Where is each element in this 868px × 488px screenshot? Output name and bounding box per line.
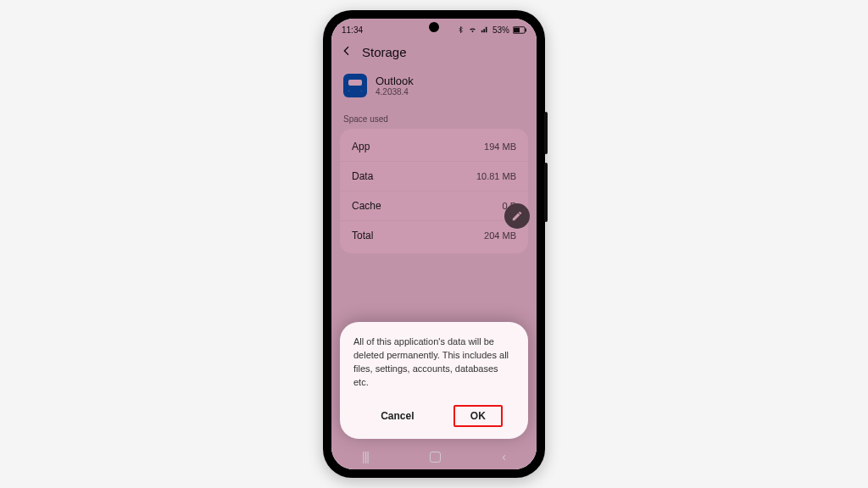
volume-button xyxy=(544,112,548,154)
home-icon[interactable] xyxy=(430,452,441,463)
front-camera xyxy=(429,22,439,32)
ok-button[interactable]: OK xyxy=(455,407,501,425)
row-app-label: App xyxy=(352,141,370,152)
battery-percent: 53% xyxy=(492,25,509,35)
row-app: App 194 MB xyxy=(340,132,528,162)
edit-fab[interactable] xyxy=(504,203,530,229)
clear-data-dialog: All of this application's data will be d… xyxy=(340,322,528,439)
row-cache: Cache 0 B xyxy=(340,191,528,221)
row-total: Total 204 MB xyxy=(340,221,528,250)
app-version: 4.2038.4 xyxy=(376,87,414,97)
wifi-icon xyxy=(468,25,477,34)
power-button xyxy=(544,163,548,222)
row-total-value: 204 MB xyxy=(484,230,516,241)
row-cache-label: Cache xyxy=(352,200,381,212)
signal-icon xyxy=(481,25,489,34)
row-app-value: 194 MB xyxy=(484,141,516,152)
app-name: Outlook xyxy=(376,75,414,87)
svg-rect-2 xyxy=(526,28,526,31)
recents-icon[interactable]: ||| xyxy=(362,450,369,463)
row-data: Data 10.81 MB xyxy=(340,162,528,191)
battery-icon xyxy=(513,26,526,34)
screen: 11:34 53% xyxy=(331,19,537,469)
app-header: Outlook 4.2038.4 xyxy=(331,69,537,109)
nav-bar: ||| ‹ xyxy=(331,444,537,469)
row-data-label: Data xyxy=(352,170,373,182)
phone-frame: 11:34 53% xyxy=(323,10,545,478)
nav-back-icon[interactable]: ‹ xyxy=(502,450,506,463)
svg-rect-1 xyxy=(514,27,520,32)
pencil-icon xyxy=(511,210,523,222)
section-space-used: Space used xyxy=(331,109,537,125)
page-title: Storage xyxy=(362,45,407,59)
app-bar: Storage xyxy=(331,39,537,69)
status-time: 11:34 xyxy=(342,25,363,35)
dialog-message: All of this application's data will be d… xyxy=(353,336,515,390)
back-icon[interactable] xyxy=(340,44,353,60)
storage-card: App 194 MB Data 10.81 MB Cache 0 B Total… xyxy=(340,129,528,253)
ok-highlight: OK xyxy=(453,405,503,427)
row-total-label: Total xyxy=(352,230,373,241)
row-data-value: 10.81 MB xyxy=(476,171,516,181)
cancel-button[interactable]: Cancel xyxy=(365,405,429,427)
outlook-icon xyxy=(343,74,367,97)
bluetooth-icon xyxy=(457,25,465,34)
